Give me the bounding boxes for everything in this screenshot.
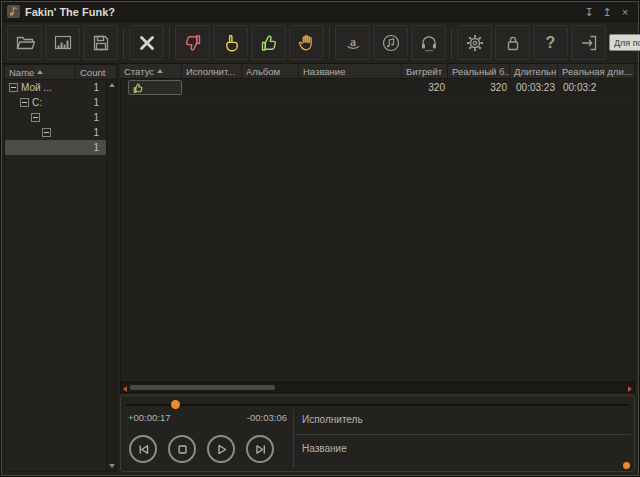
track-title-field: Название (302, 443, 628, 454)
resize-grip[interactable] (623, 462, 630, 469)
tree-row-label: Мой ... (21, 82, 52, 93)
table-header: Статус Исполнит... Альбом Название Битре… (120, 64, 635, 79)
previous-track-button[interactable] (129, 435, 157, 463)
folder-tree-panel: Name Count Мой ... 1 C: 1 1 (4, 64, 117, 472)
open-folder-button[interactable] (7, 25, 42, 60)
column-header-status[interactable]: Статус (120, 64, 182, 78)
column-label: Статус (124, 66, 154, 77)
stop-hand-icon (297, 33, 317, 53)
tree-row-folder[interactable]: 1 (5, 110, 106, 125)
minimize-button[interactable]: ↧ (581, 4, 597, 20)
maximize-button[interactable]: ↥ (599, 4, 615, 20)
scroll-left-icon[interactable] (123, 386, 127, 392)
column-label: Реальный б... (452, 66, 510, 77)
player-divider (293, 410, 294, 468)
column-label: Исполнит... (186, 66, 235, 77)
player-panel: +00:00:17 -00:03:06 Исполнитель Название (120, 395, 635, 472)
headphones-service-button[interactable] (411, 25, 446, 60)
column-header-real-duration[interactable]: Реальная дли... (558, 64, 635, 78)
window-controls: ↧ ↥ × (581, 4, 633, 20)
mark-doubtful-button[interactable] (213, 25, 248, 60)
column-header-title[interactable]: Название (299, 64, 402, 78)
horizontal-scrollbar[interactable] (120, 382, 635, 393)
toolbar-separator (329, 28, 330, 58)
collapse-expander-icon[interactable] (42, 128, 51, 137)
skip-back-icon (137, 443, 150, 456)
music-note-icon (381, 33, 401, 53)
play-button[interactable] (207, 435, 235, 463)
save-icon (91, 33, 111, 53)
toolbar-separator (169, 28, 170, 58)
svg-text:a: a (350, 34, 356, 48)
column-label: Название (303, 66, 345, 77)
lock-button[interactable] (495, 25, 530, 60)
collapse-expander-icon[interactable] (20, 98, 29, 107)
mark-stop-button[interactable] (289, 25, 324, 60)
seek-slider-handle[interactable] (171, 400, 180, 409)
column-header-real-bitrate[interactable]: Реальный б... (448, 64, 510, 78)
status-cell (121, 80, 183, 95)
sort-ascending-icon (37, 70, 43, 74)
pointing-hand-icon (221, 33, 241, 53)
main-panel: Статус Исполнит... Альбом Название Битре… (120, 64, 635, 472)
search-input[interactable] (609, 34, 640, 51)
tree-name-header-label: Name (9, 67, 34, 78)
column-header-album[interactable]: Альбом (242, 64, 299, 78)
help-button[interactable]: ? (533, 25, 568, 60)
tree-column-count[interactable]: Count (76, 65, 116, 79)
stop-button[interactable] (168, 435, 196, 463)
column-label: Битрейт (406, 66, 442, 77)
tree-body: Мой ... 1 C: 1 1 1 1 (5, 80, 106, 471)
question-mark-icon: ? (546, 34, 556, 52)
column-label: Альбом (246, 66, 280, 77)
collapse-expander-icon[interactable] (31, 113, 40, 122)
titlebar[interactable]: Fakin' The Funk? ↧ ↥ × (2, 2, 638, 22)
tree-row-drive-c[interactable]: C: 1 (5, 95, 106, 110)
exit-icon (579, 33, 599, 53)
scroll-up-icon[interactable] (109, 83, 115, 87)
collapse-expander-icon[interactable] (9, 83, 18, 92)
close-button[interactable]: × (617, 4, 633, 20)
analyze-button[interactable] (45, 25, 80, 60)
tree-row-count: 1 (93, 112, 106, 123)
exit-button[interactable] (571, 25, 606, 60)
tree-row-folder-selected[interactable]: 1 (5, 140, 106, 155)
scroll-right-icon[interactable] (628, 386, 632, 392)
settings-button[interactable] (457, 25, 492, 60)
table-row[interactable]: 320 320 00:03:23 00:03:2 (121, 79, 634, 97)
horizontal-scrollbar-thumb[interactable] (130, 385, 275, 390)
amazon-button[interactable]: a (335, 25, 370, 60)
clear-list-button[interactable] (129, 25, 164, 60)
next-track-button[interactable] (246, 435, 274, 463)
mark-fake-button[interactable] (175, 25, 210, 60)
scroll-down-icon[interactable] (109, 464, 115, 468)
mark-good-button[interactable] (251, 25, 286, 60)
tree-header: Name Count (5, 65, 116, 80)
music-service-button[interactable] (373, 25, 408, 60)
tree-vertical-scrollbar[interactable] (106, 80, 116, 471)
duration-cell: 00:03:23 (511, 82, 559, 93)
save-button[interactable] (83, 25, 118, 60)
column-label: Реальная дли... (562, 66, 632, 77)
tree-count-header-label: Count (80, 67, 105, 78)
folder-icon (15, 33, 35, 53)
column-header-artist[interactable]: Исполнит... (182, 64, 242, 78)
chart-icon (53, 33, 73, 53)
column-header-bitrate[interactable]: Битрейт (402, 64, 448, 78)
gear-icon (465, 33, 485, 53)
bitrate-cell: 320 (403, 82, 449, 93)
sort-ascending-icon (157, 69, 163, 73)
table-body: 320 320 00:03:23 00:03:2 (120, 79, 635, 382)
seek-slider[interactable] (126, 404, 629, 406)
status-thumbs-up-button[interactable] (128, 80, 182, 95)
tree-row-count: 1 (93, 127, 106, 138)
player-divider (293, 434, 631, 435)
tree-row-folder[interactable]: 1 (5, 125, 106, 140)
tree-row-computer[interactable]: Мой ... 1 (5, 80, 106, 95)
toolbar: a ? (2, 22, 638, 64)
tree-row-count: 1 (93, 142, 106, 153)
tree-column-name[interactable]: Name (5, 65, 76, 79)
app-window: Fakin' The Funk? ↧ ↥ × (1, 1, 639, 476)
column-header-duration[interactable]: Длительн... (510, 64, 558, 78)
toolbar-separator (451, 28, 452, 58)
